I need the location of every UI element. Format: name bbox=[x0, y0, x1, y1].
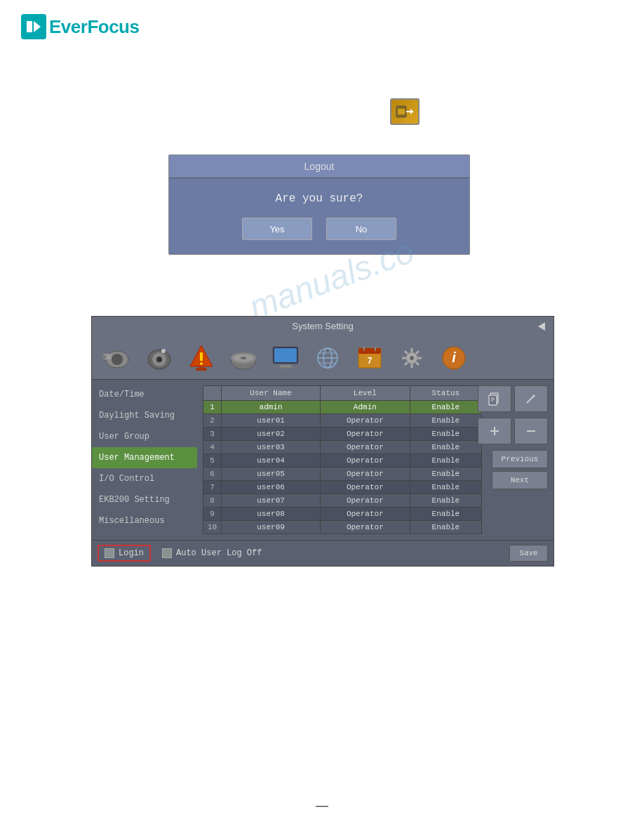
svg-line-46 bbox=[405, 362, 408, 365]
row-username: admin bbox=[222, 401, 321, 414]
remove-button[interactable] bbox=[514, 418, 548, 444]
next-button[interactable]: Next bbox=[492, 471, 548, 489]
row-level: Operator bbox=[320, 508, 410, 521]
sidebar-item-ekb200[interactable]: EKB200 Setting bbox=[92, 489, 197, 510]
svg-point-13 bbox=[156, 357, 162, 362]
logout-button[interactable] bbox=[390, 98, 420, 125]
content-area: User Name Level Status 1 admin Admin Ena… bbox=[197, 380, 554, 540]
row-level: Admin bbox=[320, 401, 410, 414]
row-num: 6 bbox=[203, 468, 222, 481]
yes-button[interactable]: Yes bbox=[242, 218, 312, 240]
logout-title-text: Logout bbox=[304, 161, 335, 172]
table-row[interactable]: 9 user08 Operator Enable bbox=[203, 508, 482, 521]
row-num: 9 bbox=[203, 508, 222, 521]
row-status: Enable bbox=[410, 401, 481, 414]
svg-marker-6 bbox=[538, 322, 545, 331]
sidebar-item-misc[interactable]: Miscellaneous bbox=[92, 510, 197, 531]
previous-button[interactable]: Previous bbox=[492, 450, 548, 468]
row-status: Enable bbox=[410, 414, 481, 428]
row-num: 7 bbox=[203, 481, 222, 494]
toolbar-datetime-icon[interactable]: 7 bbox=[351, 341, 388, 373]
svg-text:7: 7 bbox=[368, 356, 373, 366]
col-level-header: Level bbox=[320, 386, 410, 401]
row-level: Operator bbox=[320, 441, 410, 454]
copy-button[interactable] bbox=[478, 385, 511, 412]
user-table: User Name Level Status 1 admin Admin Ena… bbox=[203, 385, 482, 534]
svg-rect-50 bbox=[489, 395, 497, 405]
table-row[interactable]: 8 user07 Operator Enable bbox=[203, 494, 482, 508]
sidebar-item-iocontrol[interactable]: I/O Control bbox=[92, 468, 197, 489]
table-row[interactable]: 7 user06 Operator Enable bbox=[203, 481, 482, 494]
svg-line-43 bbox=[405, 351, 408, 354]
svg-rect-33 bbox=[358, 348, 381, 354]
logout-icon-area bbox=[390, 98, 420, 125]
sidebar-item-daylight[interactable]: Daylight Saving bbox=[92, 405, 197, 426]
user-table-container: User Name Level Status 1 admin Admin Ena… bbox=[203, 385, 482, 534]
back-button[interactable] bbox=[534, 319, 548, 333]
logout-message: Are you sure? bbox=[183, 192, 455, 205]
login-checkbox-area: Login bbox=[98, 545, 151, 562]
sidebar-item-datetime[interactable]: Date/Time bbox=[92, 384, 197, 405]
svg-rect-24 bbox=[274, 348, 297, 362]
table-row[interactable]: 1 admin Admin Enable bbox=[203, 401, 482, 414]
row-username: user01 bbox=[222, 414, 321, 428]
nav-buttons: Previous Next bbox=[492, 450, 548, 489]
svg-text:i: i bbox=[452, 350, 456, 365]
row-status: Enable bbox=[410, 468, 481, 481]
svg-line-44 bbox=[416, 362, 419, 365]
sidebar-item-usergroup[interactable]: User Group bbox=[92, 426, 197, 447]
row-num: 8 bbox=[203, 494, 222, 508]
logo-text: EverFocus bbox=[49, 16, 139, 38]
system-panel: System Setting bbox=[91, 316, 554, 567]
table-row[interactable]: 2 user01 Operator Enable bbox=[203, 414, 482, 428]
row-num: 3 bbox=[203, 428, 222, 441]
row-username: user04 bbox=[222, 454, 321, 468]
system-panel-title-text: System Setting bbox=[292, 321, 353, 331]
table-row[interactable]: 4 user03 Operator Enable bbox=[203, 441, 482, 454]
toolbar-display-icon[interactable] bbox=[267, 341, 304, 373]
logout-dialog: Logout Are you sure? Yes No bbox=[168, 154, 470, 255]
logo-icon bbox=[21, 14, 46, 39]
table-row[interactable]: 3 user02 Operator Enable bbox=[203, 428, 482, 441]
add-button[interactable] bbox=[478, 418, 511, 444]
login-label: Login bbox=[119, 548, 144, 558]
toolbar-alarm-icon[interactable] bbox=[183, 341, 220, 373]
svg-marker-5 bbox=[410, 109, 413, 114]
toolbar-settings-icon[interactable] bbox=[394, 341, 430, 373]
row-status: Enable bbox=[410, 454, 481, 468]
svg-marker-1 bbox=[34, 21, 41, 32]
svg-point-8 bbox=[112, 354, 123, 365]
row-num: 5 bbox=[203, 454, 222, 468]
toolbar-hdd-icon[interactable] bbox=[225, 341, 262, 373]
table-row[interactable]: 10 user09 Operator Enable bbox=[203, 521, 482, 534]
row-status: Enable bbox=[410, 481, 481, 494]
svg-rect-3 bbox=[398, 109, 405, 114]
col-username-header: User Name bbox=[222, 386, 321, 401]
toolbar-info-icon[interactable]: i bbox=[436, 341, 472, 373]
svg-rect-10 bbox=[102, 355, 106, 359]
svg-rect-26 bbox=[277, 367, 294, 369]
row-status: Enable bbox=[410, 441, 481, 454]
no-button[interactable]: No bbox=[326, 218, 396, 240]
login-checkbox[interactable] bbox=[105, 548, 114, 558]
row-level: Operator bbox=[320, 494, 410, 508]
sidebar-item-usermgmt[interactable]: User Management bbox=[92, 447, 197, 468]
auto-logoff-checkbox[interactable] bbox=[162, 548, 172, 558]
table-row[interactable]: 6 user05 Operator Enable bbox=[203, 468, 482, 481]
row-status: Enable bbox=[410, 494, 481, 508]
toolbar-camera-icon[interactable] bbox=[99, 341, 135, 373]
logout-dialog-title: Logout bbox=[169, 155, 469, 178]
save-button[interactable]: Save bbox=[509, 545, 548, 562]
add-remove-buttons bbox=[478, 418, 548, 444]
row-username: user07 bbox=[222, 494, 321, 508]
svg-point-22 bbox=[241, 357, 246, 359]
auto-logoff-area: Auto User Log Off bbox=[162, 548, 262, 558]
row-status: Enable bbox=[410, 508, 481, 521]
table-row[interactable]: 5 user04 Operator Enable bbox=[203, 454, 482, 468]
edit-button[interactable] bbox=[514, 385, 548, 412]
toolbar-network-icon[interactable] bbox=[309, 341, 346, 373]
svg-line-45 bbox=[416, 351, 419, 354]
toolbar-record-icon[interactable] bbox=[141, 341, 177, 373]
svg-rect-25 bbox=[280, 365, 291, 367]
row-num: 4 bbox=[203, 441, 222, 454]
